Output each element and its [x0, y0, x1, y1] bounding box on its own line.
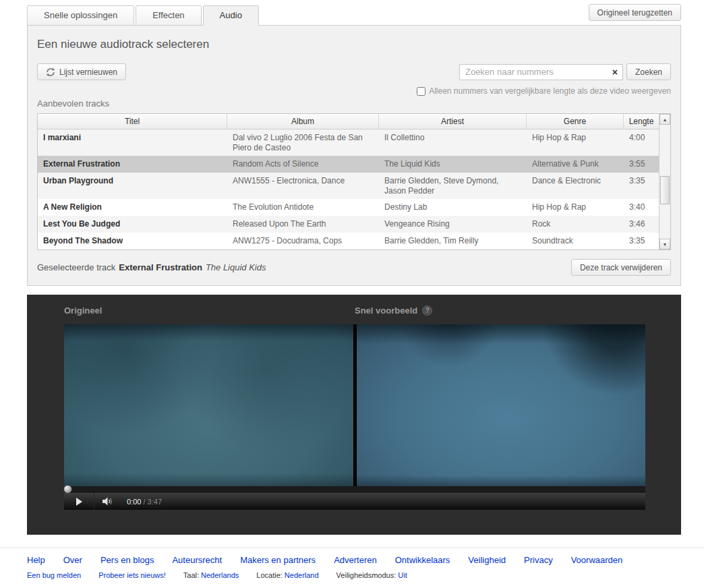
footer-link-adverteren[interactable]: Adverteren [334, 555, 377, 565]
tracks-table-main: Titel Album Artiest Genre Lengte I marxi… [38, 114, 659, 249]
header-artiest[interactable]: Artiest [379, 114, 527, 129]
cell-album: ANW1555 - Electronica, Dance [227, 173, 379, 199]
table-row[interactable]: Beyond The Shadow ANW1275 - Docudrama, C… [38, 233, 659, 249]
cell-artist: Barrie Gledden, Steve Dymond, Jason Pedd… [379, 173, 527, 199]
cell-album: Dal vivo 2 Luglio 2006 Festa de San Pier… [227, 129, 379, 156]
tab-effecten[interactable]: Effecten [136, 5, 201, 26]
cell-artist: Vengeance Rising [379, 216, 527, 233]
refresh-list-label: Lijst vernieuwen [59, 67, 117, 77]
preview-labels: Origineel Snel voorbeeld ? [64, 305, 645, 316]
cell-genre: Alternative & Punk [527, 156, 624, 173]
footer-link-privacy[interactable]: Privacy [524, 555, 553, 565]
preview-video-frame [357, 324, 646, 486]
cell-artist: Destiny Lab [379, 199, 527, 216]
language-label: Taal: [183, 571, 199, 579]
tab-bar: Snelle oplossingen Effecten Audio Origin… [0, 0, 704, 25]
cell-genre: Soundtrack [527, 233, 624, 249]
original-label: Origineel [64, 305, 355, 316]
table-row-selected[interactable]: External Frustration Random Acts of Sile… [38, 156, 659, 173]
toolbar: Lijst vernieuwen × Zoeken [37, 63, 671, 80]
volume-button[interactable] [94, 493, 121, 510]
video-frames [64, 324, 645, 486]
footer-link-veiligheid[interactable]: Veiligheid [468, 555, 506, 565]
header-genre[interactable]: Genre [527, 114, 624, 129]
length-filter-checkbox[interactable] [417, 87, 426, 96]
header-titel[interactable]: Titel [38, 114, 227, 129]
footer-link-bug[interactable]: Een bug melden [27, 571, 81, 579]
footer-link-makers[interactable]: Makers en partners [240, 555, 316, 565]
clear-search-icon[interactable]: × [612, 67, 618, 78]
quick-preview-label: Snel voorbeeld [355, 305, 417, 316]
cell-album: Released Upon The Earth [227, 216, 379, 233]
language-link[interactable]: Nederlands [201, 571, 239, 579]
table-row[interactable]: A New Religion The Evolution Antidote De… [38, 199, 659, 216]
original-video-frame [64, 324, 353, 486]
video-preview-section: Origineel Snel voorbeeld ? [27, 295, 681, 535]
tabs: Snelle oplossingen Effecten Audio [27, 5, 681, 25]
length-filter-label: Alleen nummers van vergelijkbare lengte … [429, 86, 671, 96]
cell-album: ANW1275 - Docudrama, Cops [227, 233, 379, 249]
seek-handle[interactable] [63, 485, 72, 494]
table-scrollbar[interactable]: ▲ ▼ [659, 114, 670, 249]
footer-link-over[interactable]: Over [63, 555, 82, 565]
cell-length: 4:00 [624, 129, 659, 156]
help-icon[interactable]: ? [422, 305, 432, 316]
cell-title: Lest You Be Judged [38, 216, 227, 233]
audio-panel: Een nieuwe audiotrack selecteren Lijst v… [27, 25, 681, 286]
safety-link[interactable]: Uit [398, 571, 407, 579]
header-album[interactable]: Album [227, 114, 379, 129]
cell-length: 3:35 [624, 173, 659, 199]
footer-link-voorwaarden[interactable]: Voorwaarden [571, 555, 623, 565]
play-button[interactable] [64, 493, 94, 510]
cell-genre: Hip Hop & Rap [527, 199, 624, 216]
quick-preview-label-wrap: Snel voorbeeld ? [355, 305, 645, 316]
restore-original-button[interactable]: Origineel terugzetten [589, 4, 681, 21]
scroll-up-icon[interactable]: ▲ [659, 114, 670, 125]
search-button[interactable]: Zoeken [626, 63, 671, 80]
location-setting: Locatie:Nederland [256, 571, 318, 579]
cell-title: Beyond The Shadow [38, 233, 227, 249]
cell-title: A New Religion [38, 199, 227, 216]
time-total: 3:47 [148, 498, 162, 506]
table-header-row: Titel Album Artiest Genre Lengte [38, 114, 659, 129]
header-lengte[interactable]: Lengte [624, 114, 659, 129]
cell-genre: Rock [527, 216, 624, 233]
table-row[interactable]: Urban Playground ANW1555 - Electronica, … [38, 173, 659, 199]
safety-label: Veiligheidsmodus: [336, 571, 397, 579]
cell-length: 3:46 [624, 216, 659, 233]
scrollbar-thumb[interactable] [660, 176, 670, 204]
cell-length: 3:40 [624, 199, 659, 216]
location-link[interactable]: Nederland [285, 571, 319, 579]
selected-track-row: Geselecteerde trackExternal FrustrationT… [37, 259, 671, 276]
cell-album: Random Acts of Silence [227, 156, 379, 173]
cell-genre: Dance & Electronic [527, 173, 624, 199]
footer-link-help[interactable]: Help [27, 555, 45, 565]
scroll-down-icon[interactable]: ▼ [659, 239, 670, 249]
video-player: 0:00 / 3:47 [64, 324, 645, 510]
search-input[interactable] [464, 66, 612, 78]
footer-link-pers[interactable]: Pers en blogs [100, 555, 154, 565]
recommended-tracks-label: Aanbevolen tracks [37, 98, 671, 109]
panel-title: Een nieuwe audiotrack selecteren [37, 38, 671, 51]
cell-album: The Evolution Antidote [227, 199, 379, 216]
footer-link-auteursrecht[interactable]: Auteursrecht [172, 555, 222, 565]
footer-link-nieuws[interactable]: Probeer iets nieuws! [98, 571, 166, 579]
selected-track-title: External Frustration [119, 262, 202, 272]
selected-track-info: Geselecteerde trackExternal FrustrationT… [37, 262, 266, 272]
remove-track-button[interactable]: Deze track verwijderen [571, 259, 671, 276]
search-box: × [459, 64, 623, 80]
cell-length: 3:55 [624, 156, 659, 173]
time-separator: / [143, 498, 145, 506]
table-row[interactable]: I marxiani Dal vivo 2 Luglio 2006 Festa … [38, 129, 659, 156]
refresh-list-button[interactable]: Lijst vernieuwen [37, 63, 126, 80]
cell-length: 3:35 [624, 233, 659, 249]
cell-title: External Frustration [38, 156, 227, 173]
table-row[interactable]: Lest You Be Judged Released Upon The Ear… [38, 216, 659, 233]
time-current: 0:00 [127, 498, 141, 506]
seek-bar[interactable] [64, 486, 645, 493]
safety-setting: Veiligheidsmodus:Uit [336, 571, 407, 579]
tab-snelle-oplossingen[interactable]: Snelle oplossingen [27, 5, 134, 26]
cell-genre: Hip Hop & Rap [527, 129, 624, 156]
footer-link-ontwikkelaars[interactable]: Ontwikkelaars [395, 555, 450, 565]
tab-audio[interactable]: Audio [203, 5, 259, 26]
